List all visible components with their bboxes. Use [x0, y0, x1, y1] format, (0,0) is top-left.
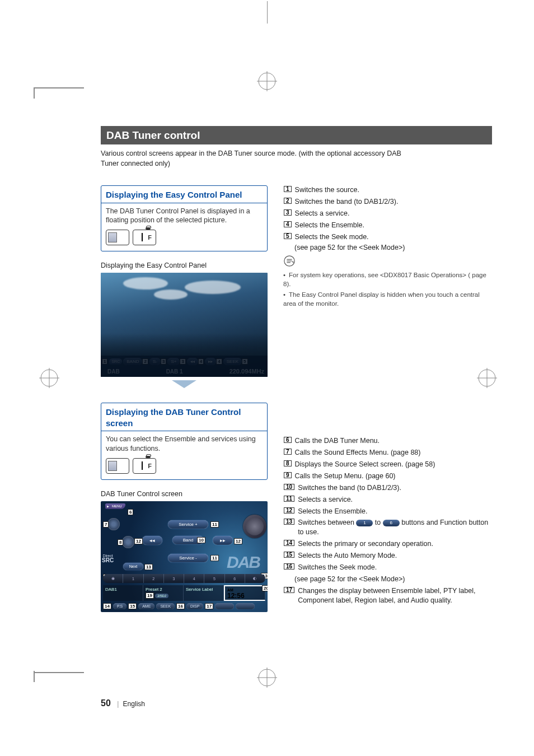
blank-button[interactable]	[215, 603, 234, 609]
callout-text: Selects a service.	[298, 495, 492, 505]
callout-num: 11	[284, 496, 294, 502]
callout-text: Selects the Auto Memory Mode.	[298, 551, 492, 561]
callout-num: 8	[284, 460, 292, 466]
callout-tag: 12	[134, 538, 143, 544]
callout-text: Displays the Source Select screen. (page…	[295, 460, 492, 469]
note-icon	[283, 255, 296, 267]
blank-button[interactable]	[236, 603, 255, 609]
callout-text: Calls the Setup Menu. (page 60)	[295, 472, 492, 481]
callout-num: 10	[284, 484, 294, 490]
callout-num: 12	[284, 507, 294, 514]
easy-control-screenshot: 1 SRC BAND 2 S- 3 S+ 3 ◂◂ 4 ▸▸ 4 SEEK 5 …	[101, 273, 268, 377]
status-bar: DAB1 Preset 2 19 2/5DJ Service Label 20 …	[103, 585, 265, 601]
callout-text: Selects the Ensemble.	[298, 507, 492, 516]
section-easy-control: Displaying the Easy Control Panel The DA…	[101, 185, 268, 251]
disp-button[interactable]: DISP	[186, 603, 203, 609]
callout-text: Selects a service.	[295, 209, 492, 218]
clock: 20 AM 12:56	[224, 585, 265, 601]
ps-button[interactable]: P.S	[113, 603, 127, 609]
callout-tag: 19	[146, 592, 154, 599]
callout-tag: 10	[197, 537, 205, 543]
crop-mark-right	[477, 368, 497, 388]
callout-text: Switches between 1 to 6 buttons and Func…	[298, 518, 492, 537]
note-item: The Easy Control Panel display is hidden…	[283, 291, 492, 308]
callout-num: 13	[284, 519, 294, 525]
source-select-button[interactable]	[122, 536, 134, 548]
callout-text: Calls the Sound Effects Menu. (page 88)	[295, 448, 492, 458]
preset-chip-6: 6	[383, 520, 400, 527]
section-title: Displaying the Easy Control Panel	[101, 186, 267, 203]
callout-text: Switches the band (to DAB1/2/3).	[298, 483, 492, 493]
seek-button[interactable]: SEEK	[156, 603, 175, 609]
prev-ensemble-button[interactable]: ◂◂	[142, 536, 162, 545]
callout-num: 3	[284, 209, 292, 216]
callout-tag: 8	[118, 539, 123, 545]
thumbnail-icon	[106, 230, 129, 245]
service-minus-button[interactable]: Service -	[168, 554, 208, 562]
sub-pill: 2/5DJ	[155, 594, 168, 598]
callout-tag: 11	[210, 521, 219, 528]
callout-text: Selects the Seek mode.	[295, 232, 492, 242]
notes-list: For system key operations, see <DDX8017 …	[283, 271, 492, 308]
callout-num: 4	[284, 221, 292, 227]
callout-num: 7	[284, 449, 292, 455]
corner-tick-tl	[34, 67, 84, 88]
f-button-icon	[133, 458, 156, 474]
callout-tag: 13	[144, 564, 153, 570]
page-title: DAB Tuner control	[101, 126, 492, 144]
callout-tag: 7	[103, 521, 109, 528]
preset-strip[interactable]: ◉123456◐	[103, 574, 265, 583]
down-arrow-icon	[172, 380, 196, 388]
callout-num: 1	[284, 186, 292, 192]
section-dab-control: Displaying the DAB Tuner Control screen …	[101, 403, 268, 480]
callout-text: Switches the Seek mode.	[298, 563, 492, 572]
callout-tag: 17	[205, 603, 213, 609]
callout-tag: 6	[128, 509, 133, 515]
callout-tag: 15	[128, 603, 137, 609]
callout-num: 6	[284, 437, 292, 443]
status-service-label: Service Label	[184, 585, 224, 601]
callout-num: 2	[284, 198, 292, 204]
figure-caption: DAB Tuner Control screen	[101, 490, 268, 498]
ame-button[interactable]: AME	[138, 603, 154, 609]
callout-num: 16	[284, 563, 294, 570]
callout-text: Calls the DAB Tuner Menu.	[295, 436, 492, 446]
status-preset: Preset 2 19 2/5DJ	[143, 585, 184, 601]
function-knob[interactable]	[243, 515, 266, 538]
callout-text: Switches the band (to DAB1/2/3).	[295, 197, 492, 207]
callout-text: Selects the primary or secondary operati…	[298, 539, 492, 549]
next-ensemble-button[interactable]: ▸▸	[213, 536, 233, 545]
page-footer: 50 | English	[101, 698, 145, 708]
status-dab1: DAB1	[103, 585, 143, 601]
section-body-text: The DAB Tuner Control Panel is displayed…	[106, 207, 263, 226]
callout-text: Switches the source.	[295, 185, 492, 195]
callout-list-b: 6Calls the DAB Tuner Menu. 7Calls the So…	[283, 436, 492, 605]
callout-tag: 14	[103, 603, 111, 609]
callout-num: 9	[284, 472, 292, 478]
callout-text: (see page 52 for the <Seek Mode>)	[294, 575, 492, 584]
callout-num: 17	[284, 587, 294, 593]
callout-num: 5	[284, 233, 292, 239]
callout-tag: 20	[262, 585, 268, 591]
note-item: For system key operations, see <DDX8017 …	[283, 271, 492, 288]
callout-num: 14	[284, 540, 294, 546]
intro-text: Various control screens appear in the DA…	[101, 149, 414, 169]
dab-control-screenshot: MENU 6 7 Service + 11 8 ◂◂ 12 Band 10 ▸▸…	[101, 501, 268, 612]
callout-text: Selects the Ensemble.	[295, 221, 492, 230]
callout-list-a: 1Switches the source. 2Switches the band…	[283, 185, 492, 241]
callout-num: 15	[284, 552, 294, 558]
sound-effect-button[interactable]	[107, 518, 120, 530]
f-button-icon	[133, 230, 156, 245]
direct-src-label[interactable]: Direct SRC	[102, 554, 114, 564]
preset-chip-1: 1	[356, 520, 373, 527]
callout-text: Changes the display between Ensemble lab…	[298, 586, 492, 605]
figure-caption: Displaying the Easy Control Panel	[101, 262, 268, 269]
next-button[interactable]: Next	[123, 563, 143, 570]
section-body-text: You can select the Ensemble and services…	[106, 435, 263, 454]
crop-mark-left	[39, 368, 59, 388]
callout-tag: 16	[176, 603, 185, 609]
menu-button[interactable]: MENU	[105, 503, 125, 509]
page-number: 50	[101, 698, 111, 708]
service-plus-button[interactable]: Service +	[168, 520, 208, 529]
callout-tag: 11	[210, 555, 219, 561]
